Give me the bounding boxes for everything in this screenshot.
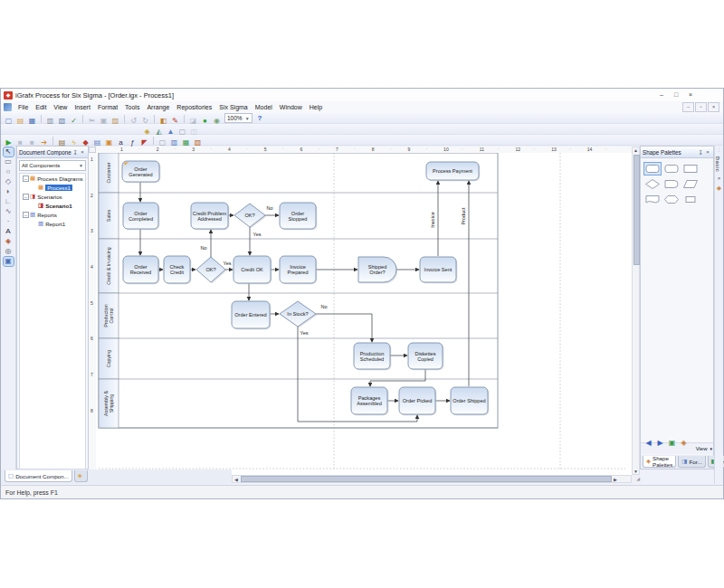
node-packages-assembled[interactable]: PackagesAssembled xyxy=(351,387,388,415)
color-tool-icon[interactable]: ◈ xyxy=(4,237,14,246)
oval-tool-icon[interactable]: ○ xyxy=(4,167,14,176)
node-order-completed[interactable]: OrderCompleted xyxy=(123,203,159,230)
palette-shape-process[interactable] xyxy=(643,162,662,175)
minimize-button[interactable]: – xyxy=(654,90,669,100)
mdi-close-button[interactable]: × xyxy=(708,102,719,112)
report-book-icon[interactable]: ▤ xyxy=(92,138,102,147)
tab-for-[interactable]: ◨For... xyxy=(678,456,705,468)
back-arrow-icon[interactable]: ◀ xyxy=(643,439,653,448)
palette-shape-subprocess[interactable] xyxy=(681,193,700,206)
palette-shape-delay[interactable] xyxy=(662,177,681,191)
node-order-stopped[interactable]: OrderStopped xyxy=(280,203,317,230)
tree-item-reports[interactable]: −▥Reports xyxy=(20,210,85,219)
palette-shape-document[interactable] xyxy=(643,193,662,206)
menu-help[interactable]: Help xyxy=(306,104,326,110)
shape-tool-icon[interactable]: ▭ xyxy=(4,157,14,166)
tab-shape-palettes[interactable]: ◈Shape Palettes xyxy=(643,456,676,468)
node-shipped-order[interactable]: ShippedOrder? xyxy=(358,257,397,283)
vertical-scrollbar[interactable]: ▲ ▼ xyxy=(632,147,640,475)
node-credit-problem-addressed[interactable]: Credit ProblemAddressed xyxy=(191,203,229,230)
mdi-restore-button[interactable]: ▫ xyxy=(695,102,707,112)
mdi-minimize-button[interactable]: – xyxy=(682,102,694,112)
palette-shape-preparation[interactable] xyxy=(662,193,681,206)
node-order-entered[interactable]: Order Entered xyxy=(232,301,271,329)
chart3-icon[interactable]: ▧ xyxy=(193,138,203,147)
node-diskettes-copied[interactable]: DiskettesCopied xyxy=(408,343,443,370)
tab-document-compon-[interactable]: ▢Document Compon... xyxy=(5,470,72,482)
node-production-scheduled[interactable]: ProductionScheduled xyxy=(354,343,391,370)
forward-arrow-icon[interactable]: ▶ xyxy=(655,439,665,448)
expander-icon[interactable]: − xyxy=(23,194,29,200)
close-icon[interactable]: × xyxy=(715,175,723,181)
scroll-down-icon[interactable]: ▼ xyxy=(633,469,639,474)
tab-palette-tab-icon[interactable]: ◈ xyxy=(74,470,88,482)
tab-basic[interactable]: Basic xyxy=(715,156,720,172)
node-check-credit[interactable]: CheckCredit xyxy=(164,256,191,284)
tree-item-report1[interactable]: ▥Report1 xyxy=(20,219,85,228)
attribute-icon[interactable]: a xyxy=(116,138,126,147)
palette-shape-alt-process[interactable] xyxy=(662,162,681,175)
pin-icon[interactable]: ↧ xyxy=(71,149,79,156)
chart2-icon[interactable]: ▦ xyxy=(181,138,191,147)
node-ok-sales[interactable]: OK? xyxy=(234,204,266,228)
menu-model[interactable]: Model xyxy=(252,104,276,110)
connector-tool-icon[interactable]: ∟ xyxy=(4,197,14,206)
package-icon[interactable]: ▣ xyxy=(104,138,114,147)
palette-shape-decision[interactable] xyxy=(643,177,662,191)
node-order-generated[interactable]: OrderGenerated xyxy=(122,161,160,183)
zoom-select[interactable]: 100%▼ xyxy=(224,113,252,123)
maximize-button[interactable]: □ xyxy=(669,90,683,100)
shapes-gallery-icon[interactable]: ▣ xyxy=(667,439,677,448)
tree-item-label: Scenario1 xyxy=(45,203,72,209)
tab-label: Document Compon... xyxy=(15,473,68,479)
horizontal-scrollbar[interactable]: ◀ ▶ xyxy=(232,475,632,483)
vertical-scroll-thumb[interactable] xyxy=(634,155,640,265)
zoom-tool-icon[interactable]: ◎ xyxy=(4,247,14,256)
curve-tool-icon[interactable]: ∿ xyxy=(4,207,14,216)
pin-icon[interactable]: ↧ xyxy=(697,149,704,156)
node-invoice-prepared[interactable]: InvoicePrepared xyxy=(280,256,317,284)
components-filter-select[interactable]: All Components▼ xyxy=(19,160,86,171)
scroll-up-icon[interactable]: ▲ xyxy=(633,147,639,153)
palette-toggle-icon[interactable]: ▣ xyxy=(4,257,14,266)
decision-tool-icon[interactable]: ◇ xyxy=(4,177,14,186)
expander-icon[interactable]: − xyxy=(23,175,29,182)
delay-tool-icon[interactable]: ◗ xyxy=(4,187,14,196)
diagram-canvas[interactable]: CustomerSalesCredit & InvoicingProductio… xyxy=(96,153,632,475)
scroll-left-icon[interactable]: ◀ xyxy=(233,477,240,482)
menu-window[interactable]: Window xyxy=(276,104,306,110)
flow-connector[interactable] xyxy=(316,314,372,342)
tree-item-process-diagrams[interactable]: −▦Process Diagrams xyxy=(20,174,85,183)
node-credit-ok[interactable]: Credit OK xyxy=(233,256,272,284)
expander-icon[interactable]: − xyxy=(23,212,29,218)
node-invoice-sent[interactable]: Invoice Sent xyxy=(420,257,457,283)
node-in-stock[interactable]: In Stock? xyxy=(280,301,317,327)
palette-shape-operation[interactable] xyxy=(681,162,700,175)
node-process-payment[interactable]: Process Payment xyxy=(426,162,480,181)
close-icon[interactable]: × xyxy=(79,149,86,155)
node-order-received[interactable]: OrderReceived xyxy=(123,256,159,284)
tree-item-process1[interactable]: ▦Process1 xyxy=(20,183,85,192)
tree-item-scenarios[interactable]: −◨Scenarios xyxy=(20,192,85,201)
palette-icon[interactable]: ◈ xyxy=(679,439,689,448)
function-icon[interactable]: ƒ xyxy=(128,138,138,147)
horizontal-scroll-thumb[interactable] xyxy=(241,476,612,482)
title-bar[interactable]: ◆ iGrafx Process for Six Sigma - [Order.… xyxy=(1,89,723,101)
node-order-shipped[interactable]: Order Shipped xyxy=(451,387,489,415)
node-order-picked[interactable]: Order Picked xyxy=(399,387,436,415)
scroll-right-icon[interactable]: ▶ xyxy=(612,477,619,482)
close-button[interactable]: × xyxy=(683,90,698,100)
flag-icon[interactable]: ◤ xyxy=(139,138,149,147)
tree-item-scenario1[interactable]: ◨Scenario1 xyxy=(20,201,85,210)
palette-shape-input-output[interactable] xyxy=(681,177,700,191)
help-icon[interactable]: ? xyxy=(258,114,262,122)
palette-icon[interactable]: ◈ xyxy=(715,185,723,192)
close-icon[interactable]: × xyxy=(704,149,711,155)
point-tool-icon[interactable]: · xyxy=(4,217,14,226)
new-report-icon[interactable]: ▢ xyxy=(157,138,167,147)
view-button[interactable]: View▼ xyxy=(696,446,713,451)
select-tool-icon[interactable]: ↖ xyxy=(4,147,14,156)
text-tool-icon[interactable]: A xyxy=(4,227,14,236)
flow-connector[interactable] xyxy=(370,369,425,386)
node-ok-credit[interactable]: OK? xyxy=(196,257,226,283)
